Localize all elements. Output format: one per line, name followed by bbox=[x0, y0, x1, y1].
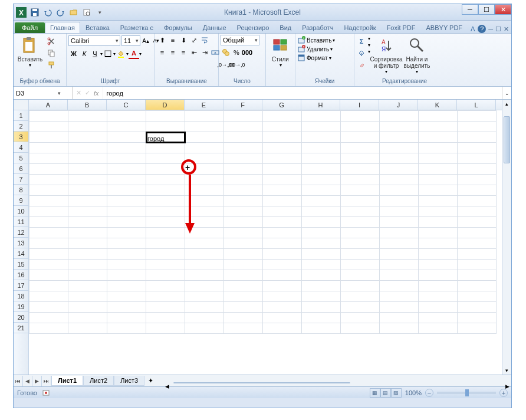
row-header[interactable]: 18 bbox=[14, 291, 28, 301]
cell[interactable] bbox=[68, 206, 107, 217]
cell[interactable] bbox=[146, 143, 185, 153]
cell[interactable] bbox=[146, 260, 185, 270]
cell[interactable] bbox=[263, 111, 302, 122]
cell[interactable] bbox=[224, 132, 263, 143]
mdi-restore-icon[interactable]: ☐ bbox=[495, 25, 501, 33]
cell[interactable] bbox=[185, 153, 224, 164]
cell[interactable] bbox=[185, 323, 224, 334]
column-header[interactable]: E bbox=[185, 100, 223, 110]
sort-filter-button[interactable]: АЯ Сортировка и фильтр ▾ bbox=[372, 35, 401, 74]
cell[interactable] bbox=[224, 217, 263, 228]
cell[interactable] bbox=[68, 281, 107, 291]
row-header[interactable]: 4 bbox=[14, 142, 28, 153]
format-painter-icon[interactable] bbox=[46, 60, 57, 70]
cell[interactable] bbox=[107, 196, 146, 206]
data-tab[interactable]: Данные bbox=[198, 22, 232, 33]
cell[interactable] bbox=[263, 323, 302, 334]
cell[interactable] bbox=[29, 153, 68, 164]
cell[interactable] bbox=[29, 281, 68, 291]
cell[interactable] bbox=[107, 302, 146, 313]
cell[interactable] bbox=[185, 164, 224, 175]
cell[interactable] bbox=[263, 249, 302, 260]
fill-color-icon[interactable] bbox=[116, 48, 126, 59]
comma-icon[interactable]: 000 bbox=[242, 47, 252, 58]
normal-view-icon[interactable]: ▦ bbox=[370, 388, 380, 398]
cell[interactable] bbox=[224, 249, 263, 260]
cell[interactable] bbox=[185, 238, 224, 249]
cell[interactable] bbox=[185, 249, 224, 260]
wrap-text-icon[interactable] bbox=[199, 35, 210, 45]
zoom-slider[interactable] bbox=[437, 392, 496, 394]
cell[interactable] bbox=[302, 153, 341, 164]
row-header[interactable]: 15 bbox=[14, 259, 28, 270]
cell[interactable] bbox=[341, 122, 380, 132]
border-icon[interactable] bbox=[103, 48, 113, 59]
italic-icon[interactable]: К bbox=[79, 48, 90, 59]
cell[interactable] bbox=[302, 175, 341, 185]
cell[interactable] bbox=[107, 111, 146, 122]
cell[interactable] bbox=[419, 323, 458, 334]
cell[interactable] bbox=[341, 143, 380, 153]
cell[interactable] bbox=[458, 143, 497, 153]
clear-icon[interactable] bbox=[356, 60, 367, 70]
percent-icon[interactable]: % bbox=[231, 47, 242, 58]
paste-button[interactable]: Вставить ▾ bbox=[15, 35, 45, 68]
grow-font-icon[interactable]: A▴ bbox=[140, 35, 151, 46]
cell[interactable] bbox=[263, 313, 302, 323]
cell[interactable] bbox=[419, 132, 458, 143]
cell-grid[interactable]: город bbox=[29, 110, 502, 375]
cell[interactable] bbox=[341, 249, 380, 260]
cell[interactable] bbox=[107, 164, 146, 175]
cell[interactable] bbox=[341, 228, 380, 238]
scroll-up-icon[interactable]: ▴ bbox=[502, 100, 511, 108]
cell[interactable] bbox=[341, 260, 380, 270]
addins-tab[interactable]: Надстройк bbox=[338, 22, 381, 33]
cell[interactable] bbox=[224, 270, 263, 281]
cell[interactable] bbox=[224, 196, 263, 206]
sheet-tab[interactable]: Лист3 bbox=[114, 376, 144, 386]
fill-icon[interactable] bbox=[356, 48, 367, 58]
column-header[interactable]: K bbox=[418, 100, 457, 110]
cell[interactable] bbox=[341, 175, 380, 185]
zoom-out-icon[interactable]: − bbox=[425, 389, 433, 397]
cell[interactable] bbox=[146, 111, 185, 122]
home-tab[interactable]: Главная bbox=[45, 22, 80, 33]
cell[interactable] bbox=[224, 185, 263, 196]
cell[interactable] bbox=[68, 185, 107, 196]
cell[interactable] bbox=[380, 270, 419, 281]
insert-cells-button[interactable]: + Вставить ▾ bbox=[297, 36, 335, 44]
cell[interactable] bbox=[146, 122, 185, 132]
cell[interactable] bbox=[224, 313, 263, 323]
insert-tab[interactable]: Вставка bbox=[80, 22, 115, 33]
cell[interactable] bbox=[224, 143, 263, 153]
cell[interactable] bbox=[302, 164, 341, 175]
mdi-minimize-icon[interactable]: ─ bbox=[488, 25, 493, 32]
name-box[interactable]: ▾ bbox=[14, 87, 73, 99]
cell[interactable] bbox=[29, 111, 68, 122]
align-middle-icon[interactable]: ≡ bbox=[167, 35, 178, 45]
delete-cells-button[interactable]: × Удалить ▾ bbox=[297, 45, 333, 53]
cell[interactable] bbox=[146, 249, 185, 260]
cell[interactable] bbox=[341, 323, 380, 334]
help-icon[interactable]: ? bbox=[478, 25, 486, 33]
zoom-level[interactable]: 100% bbox=[405, 389, 422, 396]
cell[interactable] bbox=[185, 270, 224, 281]
cell[interactable] bbox=[341, 196, 380, 206]
cell[interactable] bbox=[68, 132, 107, 143]
cell[interactable] bbox=[380, 122, 419, 132]
autosum-icon[interactable]: Σ bbox=[356, 36, 367, 47]
view-tab[interactable]: Вид bbox=[274, 22, 297, 33]
cell[interactable] bbox=[29, 228, 68, 238]
cell[interactable] bbox=[185, 260, 224, 270]
cell[interactable] bbox=[458, 249, 497, 260]
cell[interactable] bbox=[263, 196, 302, 206]
decrease-indent-icon[interactable]: ⇤ bbox=[189, 47, 199, 58]
cell[interactable] bbox=[458, 217, 497, 228]
cell[interactable] bbox=[419, 185, 458, 196]
column-header[interactable]: J bbox=[379, 100, 418, 110]
column-header[interactable]: C bbox=[107, 100, 146, 110]
cell[interactable] bbox=[224, 228, 263, 238]
cell[interactable] bbox=[224, 153, 263, 164]
align-center-icon[interactable]: ≡ bbox=[167, 47, 178, 58]
column-header[interactable]: I bbox=[340, 100, 379, 110]
